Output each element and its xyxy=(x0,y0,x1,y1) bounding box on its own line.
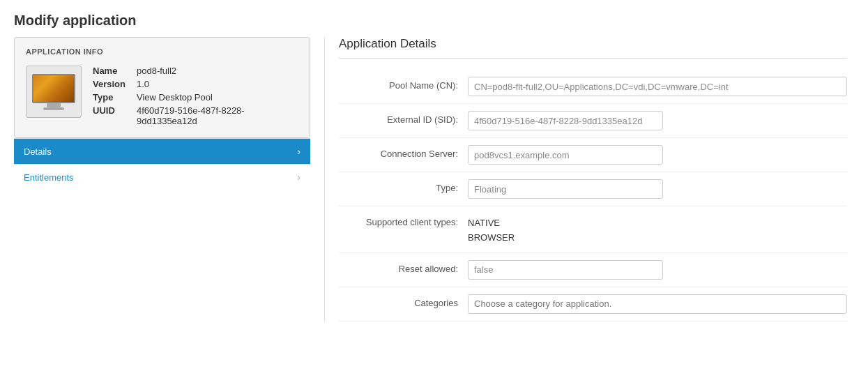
nav-items: Details › Entitlements › xyxy=(14,138,310,190)
app-icon xyxy=(26,66,82,118)
app-info-fields: Name pod8-full2 Version 1.0 Type View De… xyxy=(93,66,298,126)
version-label: Version xyxy=(93,79,131,89)
entitlements-arrow-icon: › xyxy=(297,172,300,183)
version-value: 1.0 xyxy=(137,79,149,89)
categories-label: Categories xyxy=(339,294,468,308)
reset-allowed-input[interactable] xyxy=(468,260,663,280)
pool-name-row: Pool Name (CN): xyxy=(339,70,847,104)
app-info-title: APPLICATION INFO xyxy=(26,47,298,56)
categories-row: Categories xyxy=(339,287,847,322)
connection-server-input[interactable] xyxy=(468,145,663,165)
external-id-row: External ID (SID): xyxy=(339,104,847,138)
connection-server-label: Connection Server: xyxy=(339,145,468,159)
name-value: pod8-full2 xyxy=(137,66,176,76)
type-value: View Desktop Pool xyxy=(137,92,213,103)
nav-item-details[interactable]: Details › xyxy=(14,138,310,164)
left-panel: APPLICATION INFO Name pod8-full2 Ver xyxy=(0,37,324,322)
supported-client-browser: BROWSER xyxy=(468,231,847,245)
details-arrow-icon: › xyxy=(297,146,300,157)
form-rows: Pool Name (CN): External ID (SID): Conne… xyxy=(339,70,847,322)
uuid-value: 4f60d719-516e-487f-8228-9dd1335ea12d xyxy=(137,105,298,126)
supported-client-types-row: Supported client types: NATIVE BROWSER xyxy=(339,206,847,253)
external-id-label: External ID (SID): xyxy=(339,111,468,125)
type-input[interactable] xyxy=(468,179,663,199)
details-section-title: Application Details xyxy=(339,37,847,59)
pool-name-input[interactable] xyxy=(468,77,847,96)
nav-item-entitlements[interactable]: Entitlements › xyxy=(14,164,310,190)
reset-allowed-label: Reset allowed: xyxy=(339,260,468,274)
supported-client-types-label: Supported client types: xyxy=(339,213,468,227)
app-info-box: APPLICATION INFO Name pod8-full2 Ver xyxy=(14,37,310,138)
name-label: Name xyxy=(93,66,131,76)
type-field-label: Type: xyxy=(339,179,468,193)
page-title: Modify application xyxy=(0,0,868,37)
reset-allowed-row: Reset allowed: xyxy=(339,253,847,287)
nav-details-label: Details xyxy=(24,146,52,157)
uuid-label: UUID xyxy=(93,105,131,126)
categories-input[interactable] xyxy=(468,294,847,314)
type-row: Type: xyxy=(339,172,847,206)
right-panel: Application Details Pool Name (CN): Exte… xyxy=(324,37,868,322)
nav-entitlements-label: Entitlements xyxy=(24,172,74,183)
type-label: Type xyxy=(93,92,131,103)
pool-name-label: Pool Name (CN): xyxy=(339,77,468,91)
connection-server-row: Connection Server: xyxy=(339,138,847,172)
supported-client-native: NATIVE xyxy=(468,216,847,231)
external-id-input[interactable] xyxy=(468,111,663,130)
